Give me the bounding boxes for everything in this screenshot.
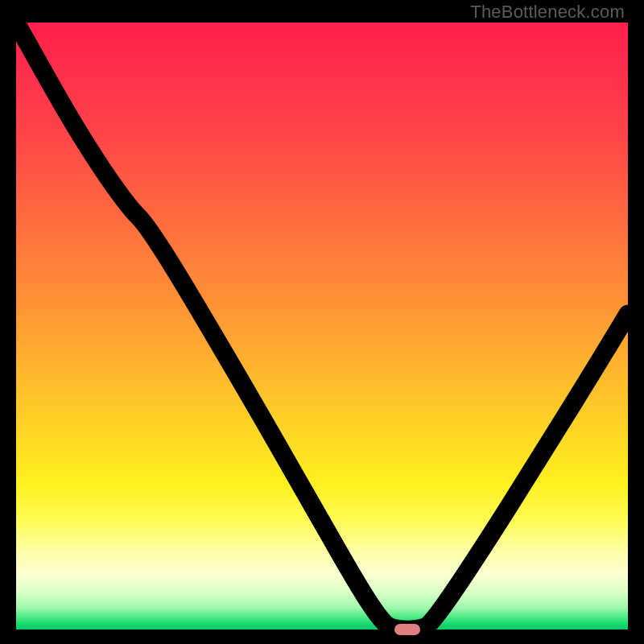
watermark-text: TheBottleneck.com [470,2,625,23]
bottleneck-curve [16,23,628,630]
plot-area [16,23,628,630]
chart-frame: TheBottleneck.com [0,0,644,644]
plot-border [16,23,628,630]
optimum-marker [394,624,420,635]
